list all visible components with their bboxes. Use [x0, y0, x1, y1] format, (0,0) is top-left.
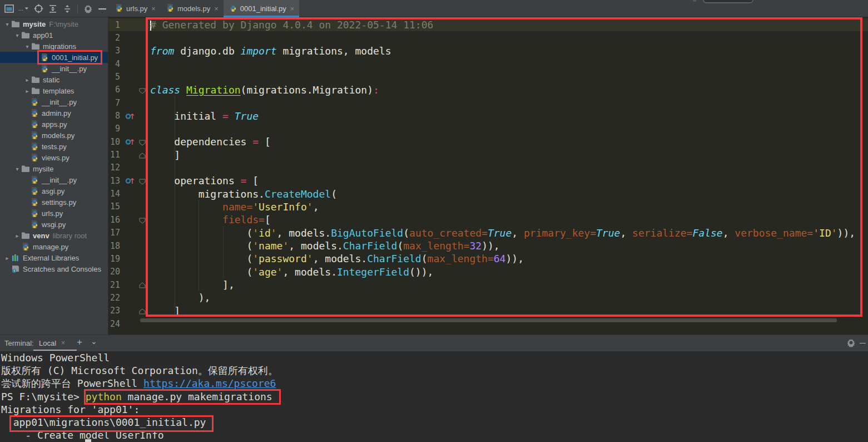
code-line[interactable]: 8 initial = True: [108, 109, 868, 122]
gutter-icons: [120, 57, 147, 70]
code-line[interactable]: 20 ('age', models.IntegerField()),: [108, 266, 868, 278]
code-line[interactable]: 11 ]: [108, 148, 868, 161]
gutter-icons: [120, 84, 147, 96]
code-line[interactable]: 15 name='UserInfo',: [108, 200, 868, 213]
override-gutter-icon[interactable]: [125, 137, 135, 149]
terminal-link[interactable]: https://aka.ms/pscore6: [143, 377, 276, 389]
tree-item-asgi-py[interactable]: asgi.py: [0, 185, 108, 197]
tree-item-migrations[interactable]: ▾migrations: [0, 41, 108, 52]
tab-models-py[interactable]: models.py×: [161, 0, 224, 17]
override-gutter-icon[interactable]: [125, 111, 135, 123]
code-line[interactable]: 5: [108, 70, 868, 83]
tree-item-static[interactable]: ▸static: [0, 74, 108, 85]
code-line[interactable]: 23 ]: [108, 305, 868, 317]
tree-item-extra: F:\mysite: [49, 20, 78, 28]
code-line[interactable]: 7: [108, 96, 868, 109]
locate-icon[interactable]: [33, 3, 44, 14]
terminal-dropdown-icon[interactable]: ⌄: [91, 337, 97, 346]
tree-chevron-icon[interactable]: ▸: [13, 233, 21, 239]
tree-item-Scratches-and-Consoles[interactable]: Scratches and Consoles: [0, 263, 108, 274]
tab-close-icon[interactable]: ×: [290, 4, 295, 13]
code-line[interactable]: 21 ],: [108, 278, 868, 291]
tree-chevron-icon[interactable]: ▸: [3, 255, 11, 261]
tab-urls-py[interactable]: urls.py×: [110, 0, 161, 17]
tree-item-app01[interactable]: ▾app01: [0, 30, 108, 41]
tree-item-wsgi-py[interactable]: wsgi.py: [0, 219, 108, 230]
tree-item-mysite[interactable]: ▾mysite: [0, 163, 108, 174]
override-gutter-icon[interactable]: [125, 176, 135, 188]
code-line[interactable]: 10 dependencies = [: [108, 135, 868, 148]
tree-item-External-Libraries[interactable]: ▸External Libraries: [0, 252, 108, 263]
project-panel-toolbar: ...: [0, 0, 109, 17]
code-line[interactable]: 12: [108, 161, 868, 174]
tree-item--init-py[interactable]: __init__.py: [0, 96, 108, 107]
tree-chevron-icon[interactable]: ▾: [13, 32, 21, 38]
code-line[interactable]: 3from django.db import migrations, model…: [108, 45, 868, 57]
fold-end-icon[interactable]: [139, 307, 146, 317]
fold-end-icon[interactable]: [139, 281, 146, 291]
terminal-hide-icon[interactable]: ─: [860, 338, 868, 349]
py-icon: [40, 64, 50, 73]
tree-item-settings-py[interactable]: settings.py: [0, 197, 108, 208]
fold-start-icon[interactable]: [139, 216, 146, 226]
tab-close-icon[interactable]: ×: [151, 4, 156, 13]
settings-gear-icon[interactable]: [82, 3, 93, 14]
code-line[interactable]: 6class Migration(migrations.Migration):: [108, 84, 868, 96]
tree-item-0001-initial-py[interactable]: 0001_initial.py: [0, 52, 108, 63]
fold-start-icon[interactable]: [139, 138, 146, 148]
code-text: class Migration(migrations.Migration):: [147, 84, 379, 96]
fold-start-icon[interactable]: [139, 86, 146, 96]
tree-item-manage-py[interactable]: manage.py: [0, 241, 108, 252]
tool-window-icon[interactable]: [4, 3, 15, 14]
terminal-settings-gear-icon[interactable]: [846, 338, 857, 349]
tree-item-urls-py[interactable]: urls.py: [0, 208, 108, 219]
expand-all-icon[interactable]: [47, 3, 58, 14]
code-line[interactable]: 14 migrations.CreateModel(: [108, 187, 868, 200]
more-options-icon[interactable]: ...: [18, 3, 29, 14]
terminal-output[interactable]: Windows PowerShell版权所有 (C) Microsoft Cor…: [0, 351, 868, 442]
code-line[interactable]: 17 ('id', models.BigAutoField(auto_creat…: [108, 227, 868, 239]
tree-item-templates[interactable]: ▸templates: [0, 85, 108, 96]
code-line[interactable]: 16 fields=[: [108, 213, 868, 226]
svg-text:...: ...: [18, 5, 23, 12]
fold-end-icon[interactable]: [139, 151, 146, 161]
code-line[interactable]: 1# Generated by Django 4.0.4 on 2022-05-…: [108, 18, 868, 31]
tree-item--init-py[interactable]: __init__.py: [0, 63, 108, 74]
fold-start-icon[interactable]: [139, 177, 146, 187]
tree-item-venv[interactable]: ▸venvlibrary root: [0, 230, 108, 241]
tree-item-apps-py[interactable]: apps.py: [0, 119, 108, 130]
tree-item-admin-py[interactable]: admin.py: [0, 107, 108, 119]
code-line[interactable]: 22 ),: [108, 291, 868, 304]
tree-item-views-py[interactable]: views.py: [0, 152, 108, 163]
collapse-all-icon[interactable]: [62, 3, 73, 14]
tree-chevron-icon[interactable]: ▾: [3, 21, 11, 27]
code-line[interactable]: 9: [108, 122, 868, 135]
tab-0001-initial-py[interactable]: 0001_initial.py×: [224, 0, 300, 17]
code-editor[interactable]: 1# Generated by Django 4.0.4 on 2022-05-…: [108, 17, 868, 335]
tree-item--init-py[interactable]: __init__.py: [0, 174, 108, 185]
tree-item-mysite[interactable]: ▾mysiteF:\mysite: [0, 18, 108, 30]
tree-item-tests-py[interactable]: tests.py: [0, 141, 108, 152]
code-line[interactable]: 19 ('password', models.CharField(max_len…: [108, 252, 868, 265]
tab-close-icon[interactable]: ×: [214, 4, 219, 13]
tree-chevron-icon[interactable]: ▸: [23, 77, 31, 83]
tree-chevron-icon[interactable]: ▾: [13, 166, 21, 172]
gutter-icons: [120, 227, 147, 239]
terminal-tab-close-icon[interactable]: ×: [61, 339, 65, 347]
tree-item-models-py[interactable]: models.py: [0, 130, 108, 141]
code-text: ]: [147, 149, 180, 161]
code-line[interactable]: 18 ('name', models.CharField(max_length=…: [108, 239, 868, 252]
python-file-icon: [115, 3, 123, 14]
horizontal-scrollbar[interactable]: [140, 318, 837, 322]
terminal-tab-local[interactable]: Local: [39, 339, 56, 347]
line-number: 19: [109, 254, 120, 264]
code-line[interactable]: 13 operations = [: [108, 174, 868, 187]
code-line[interactable]: 4: [108, 57, 868, 70]
gutter-icons: [120, 305, 147, 317]
code-line[interactable]: 2: [108, 31, 868, 44]
hide-panel-icon[interactable]: [97, 3, 108, 14]
new-terminal-icon[interactable]: +: [77, 337, 82, 348]
tree-chevron-icon[interactable]: ▾: [23, 43, 31, 50]
tree-chevron-icon[interactable]: ▸: [23, 88, 31, 94]
project-tree: ▾mysiteF:\mysite▾app01▾migrations0001_in…: [0, 17, 108, 274]
